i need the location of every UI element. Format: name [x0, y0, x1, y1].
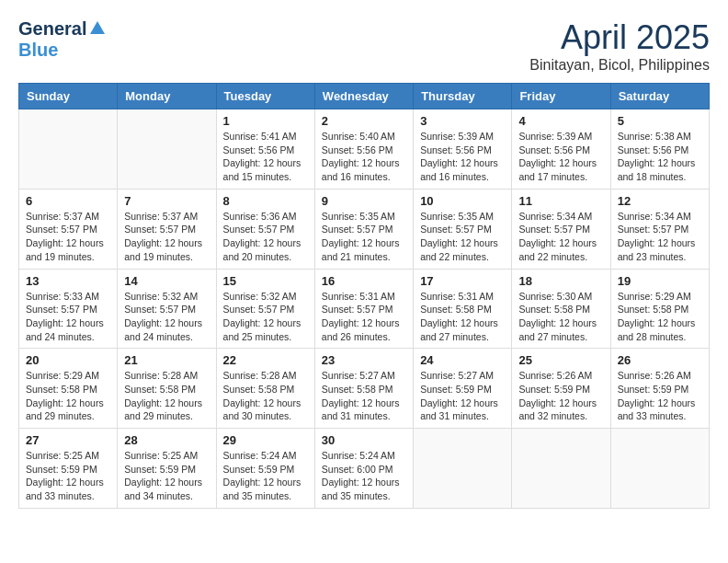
page-header: General Blue April 2025 Binitayan, Bicol… [18, 18, 710, 74]
calendar-cell [512, 429, 610, 509]
calendar-cell: 16Sunrise: 5:31 AM Sunset: 5:57 PM Dayli… [314, 269, 413, 349]
calendar-week-4: 20Sunrise: 5:29 AM Sunset: 5:58 PM Dayli… [19, 349, 710, 429]
day-number: 3 [420, 114, 505, 128]
day-number: 18 [518, 274, 603, 288]
calendar-week-3: 13Sunrise: 5:33 AM Sunset: 5:57 PM Dayli… [19, 269, 710, 349]
calendar-cell: 9Sunrise: 5:35 AM Sunset: 5:57 PM Daylig… [314, 189, 413, 269]
day-number: 7 [124, 194, 209, 208]
cell-info: Sunrise: 5:40 AM Sunset: 5:56 PM Dayligh… [322, 130, 406, 184]
day-number: 17 [420, 274, 505, 288]
calendar-cell: 13Sunrise: 5:33 AM Sunset: 5:57 PM Dayli… [19, 269, 118, 349]
calendar-cell [19, 109, 118, 190]
logo: General Blue [18, 18, 106, 61]
logo-general-text: General [18, 18, 86, 40]
calendar-header-friday: Friday [512, 84, 610, 109]
calendar-cell: 26Sunrise: 5:26 AM Sunset: 5:59 PM Dayli… [610, 349, 709, 429]
logo-triangle-icon [89, 19, 106, 40]
calendar-header-tuesday: Tuesday [216, 84, 314, 109]
calendar-header-thursday: Thursday [414, 84, 512, 109]
day-number: 1 [223, 114, 308, 128]
cell-info: Sunrise: 5:32 AM Sunset: 5:57 PM Dayligh… [124, 290, 209, 344]
calendar-cell: 25Sunrise: 5:26 AM Sunset: 5:59 PM Dayli… [512, 349, 610, 429]
day-number: 28 [124, 433, 209, 447]
calendar-header-monday: Monday [118, 84, 216, 109]
calendar-cell: 18Sunrise: 5:30 AM Sunset: 5:58 PM Dayli… [512, 269, 610, 349]
calendar-cell: 23Sunrise: 5:27 AM Sunset: 5:58 PM Dayli… [314, 349, 413, 429]
cell-info: Sunrise: 5:26 AM Sunset: 5:59 PM Dayligh… [618, 369, 702, 423]
cell-info: Sunrise: 5:34 AM Sunset: 5:57 PM Dayligh… [618, 210, 702, 264]
subtitle: Binitayan, Bicol, Philippines [529, 57, 710, 74]
cell-info: Sunrise: 5:39 AM Sunset: 5:56 PM Dayligh… [420, 130, 505, 184]
day-number: 30 [322, 433, 406, 447]
cell-info: Sunrise: 5:36 AM Sunset: 5:57 PM Dayligh… [223, 210, 308, 264]
day-number: 16 [322, 274, 406, 288]
calendar-week-2: 6Sunrise: 5:37 AM Sunset: 5:57 PM Daylig… [19, 189, 710, 269]
calendar-week-5: 27Sunrise: 5:25 AM Sunset: 5:59 PM Dayli… [19, 429, 710, 509]
calendar-header-sunday: Sunday [19, 84, 118, 109]
calendar-cell: 30Sunrise: 5:24 AM Sunset: 6:00 PM Dayli… [314, 429, 413, 509]
calendar-cell: 6Sunrise: 5:37 AM Sunset: 5:57 PM Daylig… [19, 189, 118, 269]
title-block: April 2025 Binitayan, Bicol, Philippines [529, 18, 710, 74]
calendar-cell: 28Sunrise: 5:25 AM Sunset: 5:59 PM Dayli… [118, 429, 216, 509]
day-number: 24 [420, 353, 505, 367]
calendar-cell: 2Sunrise: 5:40 AM Sunset: 5:56 PM Daylig… [314, 109, 413, 190]
calendar-cell: 17Sunrise: 5:31 AM Sunset: 5:58 PM Dayli… [414, 269, 512, 349]
cell-info: Sunrise: 5:28 AM Sunset: 5:58 PM Dayligh… [223, 369, 308, 423]
calendar-cell: 24Sunrise: 5:27 AM Sunset: 5:59 PM Dayli… [414, 349, 512, 429]
calendar-cell: 7Sunrise: 5:37 AM Sunset: 5:57 PM Daylig… [118, 189, 216, 269]
day-number: 10 [420, 194, 505, 208]
cell-info: Sunrise: 5:29 AM Sunset: 5:58 PM Dayligh… [26, 369, 110, 423]
day-number: 26 [618, 353, 702, 367]
cell-info: Sunrise: 5:39 AM Sunset: 5:56 PM Dayligh… [518, 130, 603, 184]
calendar-cell: 14Sunrise: 5:32 AM Sunset: 5:57 PM Dayli… [118, 269, 216, 349]
calendar-cell: 15Sunrise: 5:32 AM Sunset: 5:57 PM Dayli… [216, 269, 314, 349]
calendar-header-wednesday: Wednesday [314, 84, 413, 109]
day-number: 14 [124, 274, 209, 288]
day-number: 29 [223, 433, 308, 447]
cell-info: Sunrise: 5:25 AM Sunset: 5:59 PM Dayligh… [124, 449, 209, 503]
calendar-cell: 4Sunrise: 5:39 AM Sunset: 5:56 PM Daylig… [512, 109, 610, 190]
cell-info: Sunrise: 5:25 AM Sunset: 5:59 PM Dayligh… [26, 449, 110, 503]
day-number: 19 [618, 274, 702, 288]
calendar-header-saturday: Saturday [610, 84, 709, 109]
cell-info: Sunrise: 5:24 AM Sunset: 6:00 PM Dayligh… [322, 449, 406, 503]
cell-info: Sunrise: 5:24 AM Sunset: 5:59 PM Dayligh… [223, 449, 308, 503]
day-number: 8 [223, 194, 308, 208]
cell-info: Sunrise: 5:29 AM Sunset: 5:58 PM Dayligh… [618, 290, 702, 344]
cell-info: Sunrise: 5:38 AM Sunset: 5:56 PM Dayligh… [618, 130, 702, 184]
main-title: April 2025 [529, 18, 710, 57]
day-number: 22 [223, 353, 308, 367]
calendar-cell: 20Sunrise: 5:29 AM Sunset: 5:58 PM Dayli… [19, 349, 118, 429]
day-number: 11 [518, 194, 603, 208]
svg-marker-0 [90, 21, 105, 34]
logo-blue-text: Blue [18, 40, 58, 61]
day-number: 2 [322, 114, 406, 128]
cell-info: Sunrise: 5:31 AM Sunset: 5:57 PM Dayligh… [322, 290, 406, 344]
calendar-week-1: 1Sunrise: 5:41 AM Sunset: 5:56 PM Daylig… [19, 109, 710, 190]
cell-info: Sunrise: 5:34 AM Sunset: 5:57 PM Dayligh… [518, 210, 603, 264]
cell-info: Sunrise: 5:28 AM Sunset: 5:58 PM Dayligh… [124, 369, 209, 423]
calendar-cell: 22Sunrise: 5:28 AM Sunset: 5:58 PM Dayli… [216, 349, 314, 429]
calendar-header-row: SundayMondayTuesdayWednesdayThursdayFrid… [19, 84, 710, 109]
calendar-table: SundayMondayTuesdayWednesdayThursdayFrid… [18, 83, 710, 509]
cell-info: Sunrise: 5:37 AM Sunset: 5:57 PM Dayligh… [124, 210, 209, 264]
cell-info: Sunrise: 5:26 AM Sunset: 5:59 PM Dayligh… [518, 369, 603, 423]
day-number: 12 [618, 194, 702, 208]
day-number: 9 [322, 194, 406, 208]
cell-info: Sunrise: 5:31 AM Sunset: 5:58 PM Dayligh… [420, 290, 505, 344]
day-number: 21 [124, 353, 209, 367]
cell-info: Sunrise: 5:35 AM Sunset: 5:57 PM Dayligh… [420, 210, 505, 264]
calendar-cell: 3Sunrise: 5:39 AM Sunset: 5:56 PM Daylig… [414, 109, 512, 190]
day-number: 4 [518, 114, 603, 128]
day-number: 15 [223, 274, 308, 288]
day-number: 23 [322, 353, 406, 367]
calendar-cell: 27Sunrise: 5:25 AM Sunset: 5:59 PM Dayli… [19, 429, 118, 509]
cell-info: Sunrise: 5:33 AM Sunset: 5:57 PM Dayligh… [26, 290, 110, 344]
cell-info: Sunrise: 5:27 AM Sunset: 5:58 PM Dayligh… [322, 369, 406, 423]
calendar-cell: 10Sunrise: 5:35 AM Sunset: 5:57 PM Dayli… [414, 189, 512, 269]
day-number: 25 [518, 353, 603, 367]
cell-info: Sunrise: 5:30 AM Sunset: 5:58 PM Dayligh… [518, 290, 603, 344]
day-number: 5 [618, 114, 702, 128]
day-number: 13 [26, 274, 110, 288]
calendar-cell: 19Sunrise: 5:29 AM Sunset: 5:58 PM Dayli… [610, 269, 709, 349]
